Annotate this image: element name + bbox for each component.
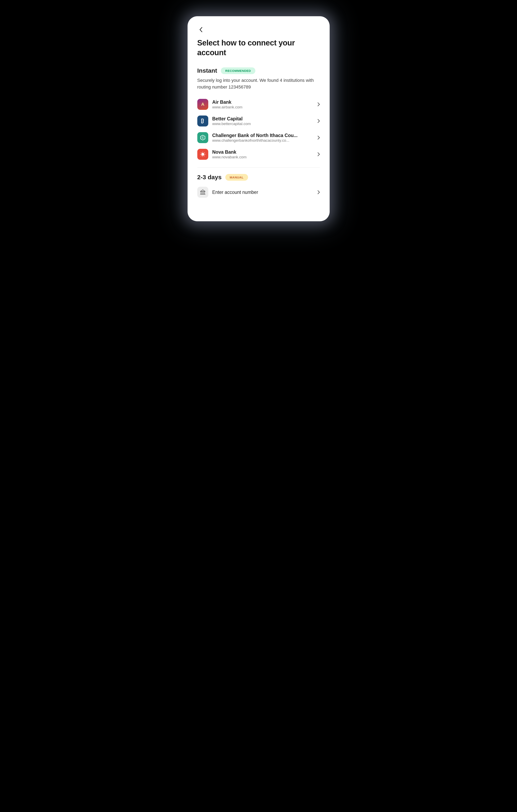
institution-row-novabank[interactable]: Nova Bank www.novabank.com bbox=[197, 146, 320, 163]
institution-text: Challenger Bank of North Ithaca Cou... w… bbox=[212, 133, 313, 143]
institution-url: www.bettercapital.com bbox=[212, 122, 313, 126]
institution-name: Better Capital bbox=[212, 116, 313, 122]
institution-row-challenger[interactable]: C Challenger Bank of North Ithaca Cou...… bbox=[197, 129, 320, 146]
challenger-logo-icon: C bbox=[197, 132, 208, 143]
svg-line-11 bbox=[204, 152, 205, 153]
instant-description: Securely log into your account. We found… bbox=[197, 77, 320, 90]
institution-name: Nova Bank bbox=[212, 149, 313, 155]
instant-section-header: Instant RECOMMENDED bbox=[197, 67, 320, 74]
manual-section-header: 2-3 days MANUAL bbox=[197, 174, 320, 181]
institution-url: www.challengerbankofnorthithacacounty.co… bbox=[212, 138, 313, 143]
svg-line-9 bbox=[204, 155, 205, 156]
bettercapital-logo-icon bbox=[197, 116, 208, 126]
institution-name: Challenger Bank of North Ithaca Cou... bbox=[212, 133, 313, 138]
recommended-badge: RECOMMENDED bbox=[221, 67, 255, 74]
svg-text:C: C bbox=[202, 136, 204, 139]
svg-line-8 bbox=[201, 152, 202, 153]
chevron-right-icon bbox=[317, 136, 320, 140]
bank-icon bbox=[197, 187, 208, 198]
institution-text: Air Bank www.airbank.com bbox=[212, 99, 313, 109]
chevron-right-icon bbox=[317, 152, 320, 156]
connect-account-screen: Select how to connect your account Insta… bbox=[188, 16, 329, 221]
page-title: Select how to connect your account bbox=[197, 38, 320, 57]
airbank-logo-icon: A bbox=[197, 99, 208, 110]
institution-name: Air Bank bbox=[212, 99, 313, 105]
manual-heading: 2-3 days bbox=[197, 174, 222, 181]
chevron-right-icon bbox=[317, 119, 320, 123]
chevron-left-icon bbox=[199, 27, 203, 32]
institution-url: www.airbank.com bbox=[212, 105, 313, 109]
chevron-right-icon bbox=[317, 102, 320, 106]
institution-text: Better Capital www.bettercapital.com bbox=[212, 116, 313, 126]
back-button[interactable] bbox=[197, 26, 205, 33]
instant-heading: Instant bbox=[197, 67, 217, 74]
svg-point-3 bbox=[201, 153, 204, 156]
enter-account-number-label: Enter account number bbox=[212, 190, 313, 195]
svg-line-10 bbox=[201, 155, 202, 156]
novabank-logo-icon bbox=[197, 149, 208, 160]
institution-row-bettercapital[interactable]: Better Capital www.bettercapital.com bbox=[197, 113, 320, 129]
chevron-right-icon bbox=[317, 190, 320, 194]
manual-badge: MANUAL bbox=[225, 174, 248, 181]
institution-row-airbank[interactable]: A Air Bank www.airbank.com bbox=[197, 96, 320, 113]
institution-text: Nova Bank www.novabank.com bbox=[212, 149, 313, 160]
institution-url: www.novabank.com bbox=[212, 155, 313, 160]
svg-text:A: A bbox=[201, 102, 204, 107]
institution-list: A Air Bank www.airbank.com Better Capita… bbox=[197, 96, 320, 163]
enter-account-number-row[interactable]: Enter account number bbox=[197, 183, 320, 201]
